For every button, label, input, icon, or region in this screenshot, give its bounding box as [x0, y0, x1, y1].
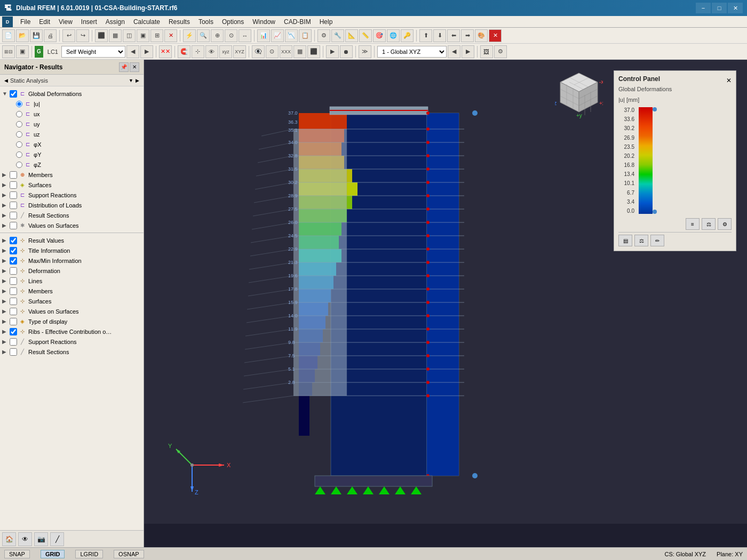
members-item[interactable]: ▶ ⊕ Members [0, 170, 144, 180]
menu-calculate[interactable]: Calculate [129, 17, 164, 27]
ribs-effective-checkbox[interactable] [10, 328, 17, 335]
lines-checkbox[interactable] [10, 277, 17, 285]
tb-btn-a2[interactable]: ▦ [109, 29, 122, 42]
nav-home-button[interactable]: 🏠 [2, 532, 16, 546]
support-reactions-display-checkbox[interactable] [10, 338, 17, 346]
menu-view[interactable]: View [54, 17, 77, 27]
values-on-surfaces-item[interactable]: ▶ ✱ Values on Surfaces [0, 220, 144, 230]
open-button[interactable]: 📂 [16, 29, 29, 42]
values-on-surfaces-checkbox[interactable] [10, 222, 17, 229]
view-next-button[interactable]: ▶ [462, 45, 474, 58]
members-display[interactable]: ▶ ⊹ Members [0, 286, 144, 296]
nav-close-button[interactable]: ✕ [130, 62, 139, 72]
cp-table-button[interactable]: ▤ [618, 235, 632, 246]
nav-select[interactable]: ▼ [129, 78, 133, 83]
menu-help[interactable]: Help [315, 17, 337, 27]
tb2-cancel[interactable]: ✕✕ [159, 45, 172, 58]
osnap-button[interactable]: OSNAP [114, 550, 144, 558]
tb-btn-c2[interactable]: 📈 [271, 29, 284, 42]
tb-btn-d6[interactable]: 🌐 [387, 29, 400, 42]
tb-btn-c1[interactable]: 📊 [257, 29, 270, 42]
ux-radio[interactable] [16, 111, 22, 117]
control-panel-close[interactable]: ✕ [726, 77, 732, 84]
global-deformations-item[interactable]: ▼ ⊏ Global Deformations [0, 89, 144, 99]
close-button[interactable]: ✕ [728, 3, 743, 13]
tb-btn-c3[interactable]: 📉 [285, 29, 298, 42]
uz-item[interactable]: ⊏ uz [0, 129, 144, 139]
tb2-view1[interactable]: 👁‍🗨 [252, 45, 265, 58]
phiz-radio[interactable] [16, 162, 22, 168]
lgrid-button[interactable]: LGRID [75, 550, 103, 558]
phix-radio[interactable] [16, 141, 22, 148]
tb-btn-d4[interactable]: 📏 [359, 29, 372, 42]
tb-btn-d7[interactable]: 🔑 [401, 29, 414, 42]
result-sections-display-checkbox[interactable] [10, 348, 17, 356]
values-surfaces-display-checkbox[interactable] [10, 308, 17, 315]
tb2-render[interactable]: ▦ [293, 45, 306, 58]
lines-display[interactable]: ▶ ⊹ Lines [0, 276, 144, 286]
phiy-radio[interactable] [16, 151, 22, 158]
tb2-xyz2[interactable]: XYZ [233, 45, 246, 58]
menu-assign[interactable]: Assign [101, 17, 129, 27]
surfaces-display[interactable]: ▶ ⊹ Surfaces [0, 296, 144, 306]
tb2-render3[interactable]: 🖼 [480, 45, 493, 58]
title-info-display[interactable]: ▶ ⊹ Title Information [0, 245, 144, 255]
tb2-rec[interactable]: ⏺ [340, 45, 353, 58]
tb2-xyz1[interactable]: xyz [219, 45, 232, 58]
tb-btn-a6[interactable]: ✕ [164, 29, 177, 42]
nav-prev-button[interactable]: ◀ [4, 78, 8, 83]
tb-btn-a3[interactable]: ◫ [123, 29, 136, 42]
support-reactions-item[interactable]: ▶ ⊏ Support Reactions [0, 190, 144, 200]
distribution-of-loads-checkbox[interactable] [10, 202, 17, 209]
menu-file[interactable]: File [16, 17, 35, 27]
u-abs-radio[interactable] [16, 101, 22, 107]
tb2-settings[interactable]: ⚙ [494, 45, 507, 58]
nav-line-button[interactable]: ╱ [50, 532, 64, 546]
type-display-checkbox[interactable] [10, 318, 17, 325]
tb-btn-e3[interactable]: ⬅ [447, 29, 460, 42]
surfaces-item[interactable]: ▶ ◈ Surfaces [0, 180, 144, 190]
prev-lc-button[interactable]: ◀ [126, 45, 139, 58]
tb-btn-a4[interactable]: ▣ [137, 29, 149, 42]
cp-settings-button[interactable]: ⚙ [718, 218, 732, 230]
tb2-anim[interactable]: ▶ [326, 45, 339, 58]
menu-tools[interactable]: Tools [194, 17, 218, 27]
values-surfaces-display[interactable]: ▶ ⊹ Values on Surfaces [0, 306, 144, 316]
nav-pin-button[interactable]: 📌 [119, 62, 129, 72]
load-case-select[interactable]: Self Weight [61, 46, 125, 58]
tb-btn-a1[interactable]: ⬛ [95, 29, 108, 42]
tb-btn-e5[interactable]: 🎨 [475, 29, 488, 42]
undo-button[interactable]: ↩ [62, 29, 75, 42]
minimize-button[interactable]: − [696, 3, 711, 13]
cp-scale-button[interactable]: ⚖ [634, 235, 648, 246]
menu-window[interactable]: Window [248, 17, 280, 27]
tb2-view2[interactable]: ⊙ [266, 45, 279, 58]
nav-next-button[interactable]: ▶ [136, 78, 139, 83]
redo-button[interactable]: ↪ [76, 29, 89, 42]
tb-btn-b2[interactable]: 🔍 [197, 29, 210, 42]
view-select[interactable]: 1 - Global XYZ [377, 46, 447, 58]
phix-item[interactable]: ⊏ φX [0, 139, 144, 149]
tb2-btn1[interactable]: ⊞⊟ [2, 45, 15, 58]
cp-balance-button[interactable]: ⚖ [702, 218, 716, 230]
tb2-grid-toggle[interactable]: ⊹ [192, 45, 204, 58]
uz-radio[interactable] [16, 131, 22, 138]
tb-btn-b5[interactable]: ↔ [239, 29, 251, 42]
tb2-magnet[interactable]: 🧲 [178, 45, 190, 58]
viewport[interactable]: 37.0 36.3 35.1 34.0 32.8 31.5 30.2 28.9 … [144, 60, 747, 547]
save-button[interactable]: 💾 [30, 29, 43, 42]
ux-item[interactable]: ⊏ ux [0, 109, 144, 119]
uy-radio[interactable] [16, 121, 22, 127]
tb2-view3[interactable]: XXX [280, 45, 292, 58]
deformation-display-checkbox[interactable] [10, 267, 17, 275]
u-abs-item[interactable]: ⊏ |u| [0, 99, 144, 109]
distribution-of-loads-item[interactable]: ▶ ⊏ Distribution of Loads [0, 200, 144, 210]
result-sections-display[interactable]: ▶ ╱ Result Sections [0, 347, 144, 357]
next-lc-button[interactable]: ▶ [140, 45, 153, 58]
menu-insert[interactable]: Insert [77, 17, 101, 27]
cube-navigator[interactable]: -x +x +y -z [555, 70, 603, 118]
tb-btn-a5[interactable]: ⊞ [150, 29, 163, 42]
menu-cad-bim[interactable]: CAD-BIM [280, 17, 315, 27]
tb-btn-d3[interactable]: 📐 [345, 29, 358, 42]
global-deformations-checkbox[interactable] [10, 90, 17, 98]
